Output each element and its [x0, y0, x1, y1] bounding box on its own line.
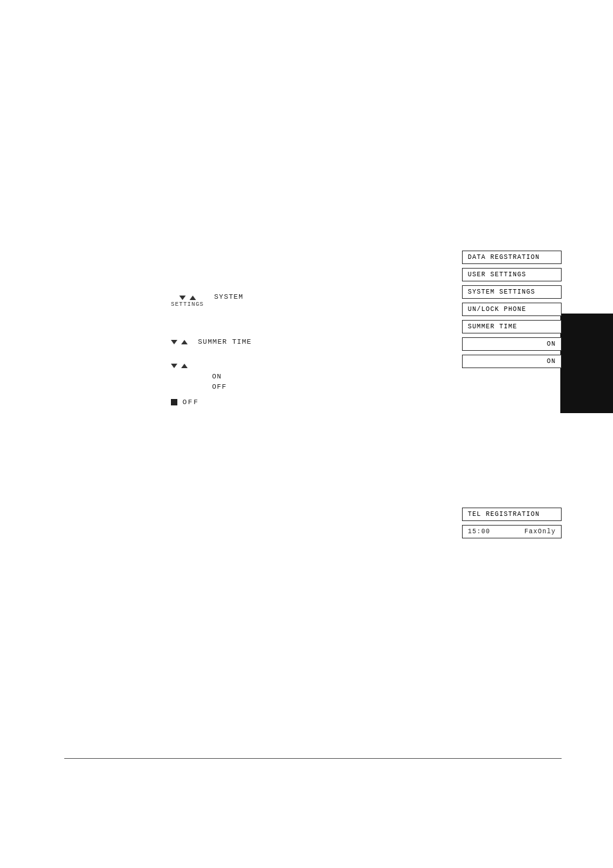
settings-sublabel: SETTINGS	[171, 301, 204, 308]
summertime-arrow-down-icon[interactable]	[171, 340, 177, 344]
summertime-label: SUMMER TIME	[198, 338, 252, 346]
right-panel: DATA REGSTRATION USER SETTINGS SYSTEM SE…	[462, 251, 562, 372]
mode-value: FaxOnly	[524, 528, 556, 535]
data-registration-button[interactable]: DATA REGSTRATION	[462, 251, 562, 264]
summer-time-button[interactable]: SUMMER TIME	[462, 320, 562, 333]
user-settings-button[interactable]: USER SETTINGS	[462, 268, 562, 281]
system-arrow-down-icon[interactable]	[179, 296, 186, 300]
unlock-phone-button[interactable]: UN/LOCK PHONE	[462, 303, 562, 316]
system-arrow-up-icon[interactable]	[190, 296, 196, 300]
bottom-section: TEL REGISTRATION 15:00 FaxOnly	[462, 508, 562, 542]
summertime-row: SUMMER TIME	[171, 338, 252, 346]
system-row: SETTINGS SYSTEM	[171, 293, 244, 308]
off-option[interactable]: OFF	[212, 383, 227, 391]
black-block	[560, 314, 613, 413]
horizontal-divider	[64, 758, 562, 759]
system-label: SYSTEM	[214, 293, 244, 301]
on-option[interactable]: ON	[212, 373, 227, 380]
time-value: 15:00	[468, 528, 490, 535]
selected-indicator	[171, 399, 177, 405]
selected-row: OFF	[171, 398, 199, 406]
summertime-arrow-up-icon[interactable]	[181, 340, 188, 344]
page-container: SETTINGS SYSTEM SUMMER TIME ON OFF OFF D…	[0, 0, 613, 868]
on-off-list: ON OFF	[212, 373, 227, 393]
time-mode-button[interactable]: 15:00 FaxOnly	[462, 525, 562, 538]
third-arrow-down-icon[interactable]	[171, 364, 177, 368]
third-arrow-up-icon[interactable]	[181, 364, 188, 368]
value2-button[interactable]: ON	[462, 355, 562, 368]
tel-registration-button[interactable]: TEL REGISTRATION	[462, 508, 562, 521]
third-arrow-row	[171, 364, 188, 368]
system-settings-button[interactable]: SYSTEM SETTINGS	[462, 285, 562, 299]
value1-button[interactable]: ON	[462, 337, 562, 351]
selected-off-label: OFF	[182, 398, 199, 406]
